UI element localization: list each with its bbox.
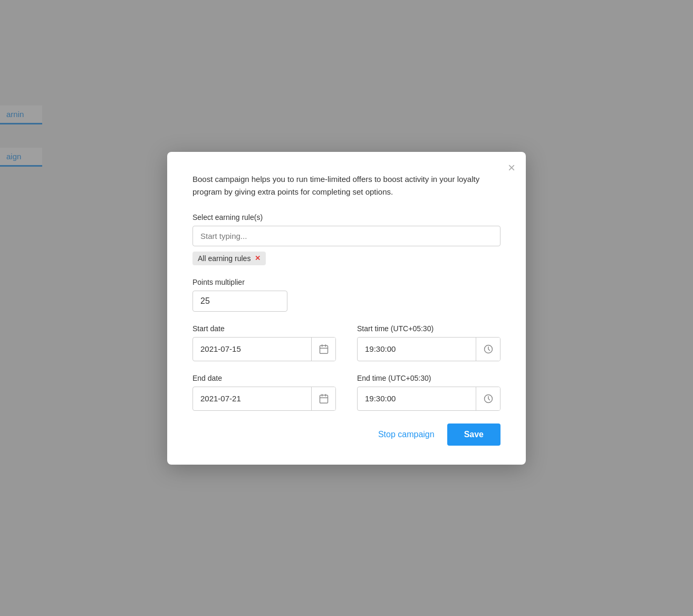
end-date-input[interactable] bbox=[193, 389, 311, 408]
start-datetime-row: Start date Start time (UTC+05:30) bbox=[192, 324, 500, 361]
start-date-calendar-button[interactable] bbox=[311, 338, 335, 361]
start-date-label: Start date bbox=[192, 324, 336, 333]
tag-remove-button[interactable]: ✕ bbox=[255, 254, 261, 262]
earning-rule-field: Select earning rule(s) All earning rules… bbox=[192, 213, 500, 265]
modal-overlay: × Boost campaign helps you to run time-l… bbox=[0, 0, 693, 616]
end-date-col: End date bbox=[192, 374, 336, 411]
all-earning-rules-tag: All earning rules ✕ bbox=[192, 252, 266, 265]
start-date-input-group bbox=[192, 337, 336, 361]
multiplier-label: Points multiplier bbox=[192, 278, 500, 286]
end-date-input-group bbox=[192, 387, 336, 411]
stop-campaign-button[interactable]: Stop campaign bbox=[378, 430, 435, 439]
start-date-col: Start date bbox=[192, 324, 336, 361]
end-date-calendar-button[interactable] bbox=[311, 387, 335, 410]
start-time-input-group bbox=[357, 337, 500, 361]
svg-rect-0 bbox=[320, 345, 328, 353]
close-button[interactable]: × bbox=[508, 161, 515, 174]
multiplier-field: Points multiplier bbox=[192, 278, 500, 312]
save-button[interactable]: Save bbox=[447, 424, 500, 446]
calendar-icon bbox=[319, 344, 329, 354]
end-time-label: End time (UTC+05:30) bbox=[357, 374, 500, 382]
calendar-icon bbox=[319, 393, 329, 404]
svg-rect-5 bbox=[320, 395, 328, 403]
modal-description: Boost campaign helps you to run time-lim… bbox=[192, 173, 500, 198]
clock-icon bbox=[483, 344, 494, 354]
start-date-input[interactable] bbox=[193, 339, 311, 359]
start-time-label: Start time (UTC+05:30) bbox=[357, 324, 500, 333]
end-datetime-row: End date End time (UTC+05:30) bbox=[192, 374, 500, 411]
start-time-clock-button[interactable] bbox=[476, 338, 500, 361]
modal-footer: Stop campaign Save bbox=[192, 424, 500, 446]
tag-label: All earning rules bbox=[198, 254, 251, 263]
end-time-input[interactable] bbox=[358, 389, 476, 408]
start-time-col: Start time (UTC+05:30) bbox=[357, 324, 500, 361]
multiplier-input[interactable] bbox=[192, 291, 287, 312]
end-time-input-group bbox=[357, 387, 500, 411]
boost-campaign-modal: × Boost campaign helps you to run time-l… bbox=[167, 152, 526, 465]
end-date-label: End date bbox=[192, 374, 336, 382]
earning-rule-label: Select earning rule(s) bbox=[192, 213, 500, 222]
earning-rule-search-input[interactable] bbox=[192, 226, 500, 246]
clock-icon bbox=[483, 393, 494, 404]
start-time-input[interactable] bbox=[358, 339, 476, 359]
end-time-col: End time (UTC+05:30) bbox=[357, 374, 500, 411]
end-time-clock-button[interactable] bbox=[476, 387, 500, 410]
tag-container: All earning rules ✕ bbox=[192, 252, 500, 265]
